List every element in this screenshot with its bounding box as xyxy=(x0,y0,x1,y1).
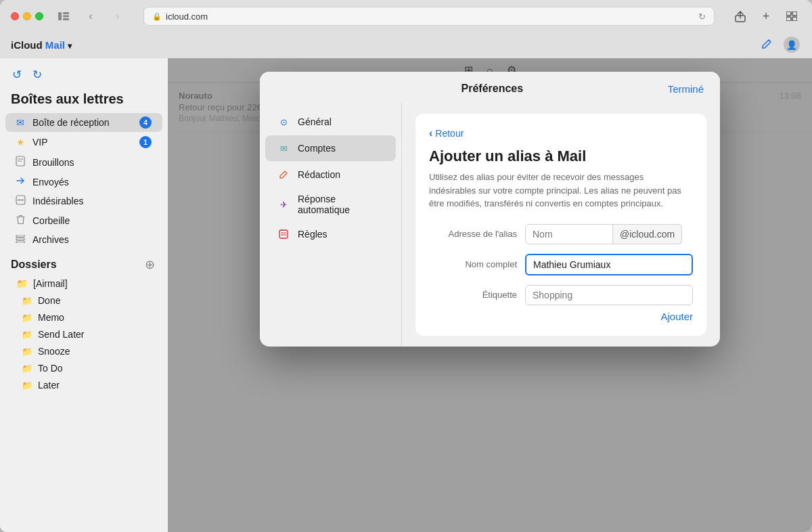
forward-button[interactable]: › xyxy=(108,7,127,26)
folder-todo-icon: 📁 xyxy=(22,363,32,374)
url-text: icloud.com xyxy=(166,12,208,22)
alias-input-group: @icloud.com xyxy=(525,224,693,244)
sidebar-item-junk[interactable]: Indésirables xyxy=(5,192,162,210)
folder-todo-label: To Do xyxy=(38,363,63,374)
prefs-comptes-label: Comptes xyxy=(298,143,336,154)
svg-rect-15 xyxy=(16,238,24,240)
content-area: ⊞ ⌕ ⚙ Norauto 13:08 Retour reçu pour 22€… xyxy=(168,58,812,532)
sidebar-item-inbox[interactable]: ✉ Boîte de réception 4 xyxy=(5,113,162,132)
alias-description: Utilisez des alias pour éviter de recevo… xyxy=(429,171,693,210)
browser-actions: + xyxy=(731,7,801,26)
archives-icon xyxy=(14,234,27,245)
add-folder-button[interactable]: ⊕ xyxy=(142,257,157,272)
form-row-fullname: Nom complet xyxy=(429,254,693,275)
sidebar-sync-button[interactable]: ↻ xyxy=(31,66,43,83)
compose-button[interactable] xyxy=(757,35,775,54)
sent-icon xyxy=(14,176,27,187)
fullname-input[interactable] xyxy=(525,254,693,275)
trash-label: Corbeille xyxy=(32,215,152,226)
address-label: Adresse de l'alias xyxy=(429,229,517,239)
sidebar-toggle-button[interactable] xyxy=(54,7,73,26)
folder-airmail[interactable]: 📁 [Airmail] xyxy=(5,275,162,292)
label-input[interactable] xyxy=(525,285,693,305)
new-tab-button[interactable]: + xyxy=(757,7,775,26)
prefs-nav-reponse[interactable]: ✈ Réponse automatique xyxy=(265,188,396,221)
folder-todo[interactable]: 📁 To Do xyxy=(5,360,162,376)
folder-later[interactable]: 📁 Later xyxy=(5,377,162,393)
app-title-area: iCloud Mail ▾ xyxy=(11,39,72,51)
inbox-badge: 4 xyxy=(139,116,152,129)
browser-window: ‹ › 🔒 icloud.com ↻ + xyxy=(0,0,812,532)
svg-rect-16 xyxy=(16,241,24,243)
form-row-label: Étiquette xyxy=(429,285,693,305)
svg-rect-1 xyxy=(63,12,69,14)
minimize-button[interactable] xyxy=(23,12,31,20)
svg-rect-17 xyxy=(279,230,288,238)
traffic-lights xyxy=(11,12,43,20)
prefs-nav-redaction[interactable]: Rédaction xyxy=(265,162,396,187)
folder-later-label: Later xyxy=(38,380,60,391)
prefs-nav-regles[interactable]: Règles xyxy=(265,221,396,247)
folder-send-later[interactable]: 📁 Send Later xyxy=(5,326,162,342)
folder-airmail-label: [Airmail] xyxy=(33,278,68,289)
sent-label: Envoyés xyxy=(32,177,152,187)
maximize-button[interactable] xyxy=(35,12,43,20)
folder-done[interactable]: 📁 Done xyxy=(5,292,162,309)
prefs-nav-general[interactable]: ⊙ Général xyxy=(265,109,396,135)
sidebar-item-archives[interactable]: Archives xyxy=(5,231,162,248)
folders-section-header: Dossiers ⊕ xyxy=(0,249,168,275)
alias-actions: Ajouter xyxy=(429,311,693,322)
svg-rect-8 xyxy=(792,17,797,21)
sidebar-item-drafts[interactable]: Brouillons xyxy=(5,152,162,172)
tabs-button[interactable] xyxy=(782,7,801,26)
inbox-icon: ✉ xyxy=(14,117,27,128)
app-dropdown-icon[interactable]: ▾ xyxy=(68,41,72,51)
folder-done-icon: 📁 xyxy=(22,296,32,306)
sidebar-item-sent[interactable]: Envoyés xyxy=(5,173,162,191)
reload-icon[interactable]: ↻ xyxy=(698,12,706,22)
user-button[interactable]: 👤 xyxy=(782,35,801,54)
sidebar-item-vip[interactable]: ★ VIP 1 xyxy=(5,133,162,152)
back-button[interactable]: ‹ Retour xyxy=(429,127,464,139)
lock-icon: 🔒 xyxy=(152,12,162,21)
sidebar-header-icons: ↺ ↻ xyxy=(11,66,43,83)
prefs-regles-icon xyxy=(276,227,291,242)
sidebar-item-trash[interactable]: Corbeille xyxy=(5,211,162,230)
folder-memo-label: Memo xyxy=(38,312,64,323)
svg-rect-5 xyxy=(786,12,791,16)
preferences-modal: Préférences Terminé ⊙ Général ✉ xyxy=(260,72,720,347)
close-button[interactable] xyxy=(11,12,19,20)
vip-icon: ★ xyxy=(14,137,27,148)
prefs-redaction-icon xyxy=(276,167,291,182)
prefs-general-icon: ⊙ xyxy=(276,114,291,129)
prefs-nav-comptes[interactable]: ✉ Comptes xyxy=(265,135,396,161)
folder-memo[interactable]: 📁 Memo xyxy=(5,309,162,326)
prefs-content: ‹ Retour Ajouter un alias à Mail Utilise… xyxy=(402,103,720,347)
inbox-label: Boîte de réception xyxy=(32,117,134,128)
alias-name-input[interactable] xyxy=(525,224,613,244)
folder-snooze[interactable]: 📁 Snooze xyxy=(5,343,162,359)
folder-airmail-icon: 📁 xyxy=(16,278,28,289)
main-area: ↺ ↻ Boîtes aux lettres ✉ Boîte de récept… xyxy=(0,58,812,532)
browser-titlebar: ‹ › 🔒 icloud.com ↻ + xyxy=(0,0,812,32)
junk-icon xyxy=(14,195,27,207)
prefs-done-button[interactable]: Terminé xyxy=(668,83,704,95)
folder-send-later-label: Send Later xyxy=(38,329,85,340)
back-button[interactable]: ‹ xyxy=(81,7,100,26)
folders-title: Dossiers xyxy=(11,259,57,271)
share-button[interactable] xyxy=(731,7,750,26)
sidebar-refresh-button[interactable]: ↺ xyxy=(11,66,23,83)
svg-rect-6 xyxy=(792,12,797,16)
svg-rect-0 xyxy=(58,12,62,20)
ajouter-button[interactable]: Ajouter xyxy=(660,311,693,322)
trash-icon xyxy=(14,215,27,227)
address-bar[interactable]: 🔒 icloud.com ↻ xyxy=(143,7,715,26)
prefs-body: ⊙ Général ✉ Comptes Réd xyxy=(260,103,720,347)
alias-domain: @icloud.com xyxy=(613,224,682,244)
prefs-reponse-label: Réponse automatique xyxy=(298,194,385,215)
prefs-regles-label: Règles xyxy=(298,229,328,240)
svg-rect-7 xyxy=(786,17,791,21)
archives-label: Archives xyxy=(32,234,152,245)
toolbar-right: 👤 xyxy=(757,35,801,54)
folder-snooze-label: Snooze xyxy=(38,346,70,357)
